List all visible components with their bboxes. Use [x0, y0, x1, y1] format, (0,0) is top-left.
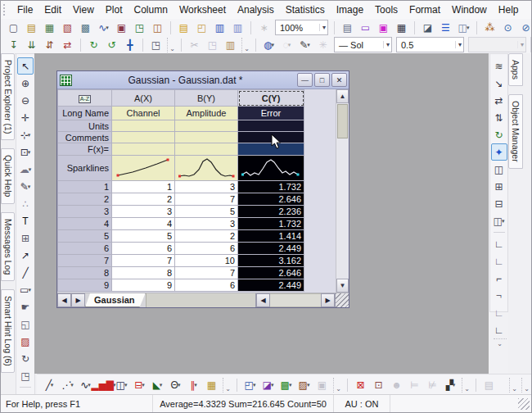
cell-b[interactable]: 10	[175, 255, 238, 267]
vertical-scrollbar[interactable]: ▲ ▼	[336, 89, 349, 293]
menu-window[interactable]: Window	[446, 2, 493, 17]
dock-tab-smart-hint-log-6[interactable]: Smart Hint Log (6)	[1, 289, 15, 373]
scroll-down-button[interactable]: ▼	[336, 279, 349, 293]
menu-file[interactable]: File	[11, 2, 38, 17]
row-label[interactable]: Long Name	[58, 107, 112, 120]
chevron-down-icon[interactable]: ▾	[453, 382, 456, 388]
cell-a[interactable]: 6	[112, 243, 175, 255]
mask-range-button[interactable]: ⊠	[352, 377, 369, 393]
text-tool[interactable]: T	[17, 212, 34, 229]
recalculate-button[interactable]: ↺	[103, 37, 120, 53]
cell-a[interactable]: 2	[112, 193, 175, 206]
new-inset-data-layer-button[interactable]: ∟	[491, 321, 507, 338]
specialized-plot-button[interactable]: Θ▾	[167, 377, 184, 393]
scroll-left-button[interactable]: ◀	[256, 293, 270, 307]
long-name-b[interactable]: Amplitude	[175, 107, 238, 120]
tab-scroll-left-button[interactable]: ◀	[57, 293, 71, 307]
worksheet-window[interactable]: Gaussian - Gaussian.dat * — □ ✕ A-Z A(X)…	[56, 70, 349, 308]
toolbar-overflow-button[interactable]: ⌄	[333, 378, 343, 393]
chevron-down-icon[interactable]: ▾	[124, 382, 128, 388]
chevron-down-icon[interactable]: ▾	[383, 41, 390, 48]
cell-a[interactable]: 9	[112, 279, 175, 292]
chevron-down-icon[interactable]: ▾	[271, 382, 274, 388]
scale-in-tool[interactable]: ⊕	[17, 75, 34, 92]
row-number[interactable]: 2	[58, 193, 112, 206]
multi-panel-plot-button[interactable]: ◫▾	[113, 377, 130, 393]
import-wizard-button[interactable]: ∗	[255, 20, 273, 36]
project-explorer-button[interactable]: ⁂	[481, 20, 498, 36]
chevron-down-icon[interactable]: ▾	[51, 382, 54, 388]
find-next-button[interactable]: ⊘	[517, 20, 532, 36]
draw-data-tool[interactable]: ✎▾	[17, 178, 34, 195]
new-left-y-layer-button[interactable]: ∟	[491, 252, 507, 270]
cell-b[interactable]: 2	[175, 230, 238, 243]
chevron-down-icon[interactable]: ▾	[28, 149, 31, 156]
add-layer-button[interactable]: ◫	[491, 161, 507, 178]
chevron-down-icon[interactable]: ▾	[106, 25, 109, 31]
menu-worksheet[interactable]: Worksheet	[174, 2, 232, 17]
image-profile-button[interactable]: ▣	[313, 377, 331, 393]
screen-reader-tool[interactable]: ✛	[17, 109, 34, 126]
3d-surface-plot-button[interactable]: ◪▾	[259, 377, 277, 393]
status-au-indicator[interactable]: AU : ON	[333, 395, 390, 412]
chevron-down-icon[interactable]: ▾	[70, 382, 74, 388]
insert-object-tool[interactable]: ◳	[17, 367, 34, 384]
chevron-down-icon[interactable]: ▾	[142, 382, 145, 388]
comments-b[interactable]	[175, 132, 238, 143]
dock-tab-object-manager[interactable]: Object Manager	[508, 94, 523, 169]
window-resize-grip[interactable]	[335, 293, 349, 307]
arrow-tool[interactable]: ↗	[17, 247, 34, 264]
rectangle-tool[interactable]: ▭▾	[17, 281, 34, 298]
new-matrix-button[interactable]: ▩	[77, 20, 94, 36]
cell-c[interactable]: 2.449	[238, 279, 304, 292]
command-window-button[interactable]: ☰	[437, 20, 454, 36]
import-multiple-ascii-button[interactable]: ⇊	[23, 37, 40, 53]
dock-tab-project-explorer-1[interactable]: Project Explorer (1)	[1, 53, 15, 140]
comments-a[interactable]	[112, 132, 175, 143]
menu-analysis[interactable]: Analysis	[232, 2, 280, 17]
statusbar-resize-grip[interactable]	[518, 398, 530, 410]
new-layout-button[interactable]: ◫	[149, 20, 166, 36]
cell-c[interactable]: 2.646	[238, 193, 304, 206]
long-name-a[interactable]: Channel	[112, 107, 175, 120]
new-folder-button[interactable]: ▤	[23, 20, 40, 36]
comments-c[interactable]	[238, 132, 304, 143]
menu-format[interactable]: Format	[404, 2, 446, 17]
chevron-down-icon[interactable]: ▾	[455, 41, 462, 48]
line-style-select[interactable]: — Sol▾	[334, 37, 392, 52]
layer-contents-button[interactable]: ▤	[480, 377, 498, 393]
flip-axes-button[interactable]: ⇅	[491, 109, 507, 126]
cell-a[interactable]: 4	[112, 218, 175, 230]
mask-points-tool[interactable]: ☁▾	[17, 161, 34, 178]
vertical-scroll-thumb[interactable]	[337, 104, 348, 138]
scroll-up-button[interactable]: ▲	[336, 89, 349, 103]
toolbar-overflow-button[interactable]: ⌄	[462, 378, 471, 393]
zoom-level-select[interactable]: 100%▾	[275, 20, 328, 35]
row-number[interactable]: 7	[58, 255, 112, 267]
row-number[interactable]: 9	[58, 279, 112, 292]
glow-button[interactable]: ✳	[314, 37, 331, 53]
chevron-down-icon[interactable]: ▾	[288, 42, 291, 48]
row-number[interactable]: 6	[58, 243, 112, 255]
cell-a[interactable]: 3	[112, 206, 175, 218]
units-a[interactable]	[112, 120, 175, 132]
cell-c[interactable]: 1.414	[238, 230, 304, 243]
chevron-down-icon[interactable]: ▾	[467, 25, 470, 31]
line-tool[interactable]: ╱	[17, 264, 34, 281]
reimport-button[interactable]: ⇄	[59, 37, 76, 53]
vertical-scroll-track[interactable]	[336, 139, 349, 279]
scroll-right-button[interactable]: ▶	[321, 293, 335, 307]
cell-c[interactable]: 1.732	[238, 181, 304, 193]
duplicate-window-button[interactable]: ◳	[147, 37, 165, 53]
select-all-corner[interactable]: A-Z	[58, 90, 112, 107]
cell-c[interactable]: 2.236	[238, 206, 304, 218]
cell-c[interactable]: 1.732	[238, 218, 304, 230]
chevron-down-icon[interactable]: ▾	[29, 166, 32, 173]
selection-on-plot-tool[interactable]: ⊡▾	[17, 143, 34, 161]
contour-plot-button[interactable]: ▩▾	[277, 377, 295, 393]
cell-b[interactable]: 7	[175, 193, 238, 206]
change-mask-color-button[interactable]: ☻	[388, 377, 405, 393]
row-number[interactable]: 4	[58, 218, 112, 230]
dock-tab-quick-help[interactable]: Quick Help	[1, 148, 15, 203]
cell-c[interactable]: 2.646	[238, 267, 304, 279]
